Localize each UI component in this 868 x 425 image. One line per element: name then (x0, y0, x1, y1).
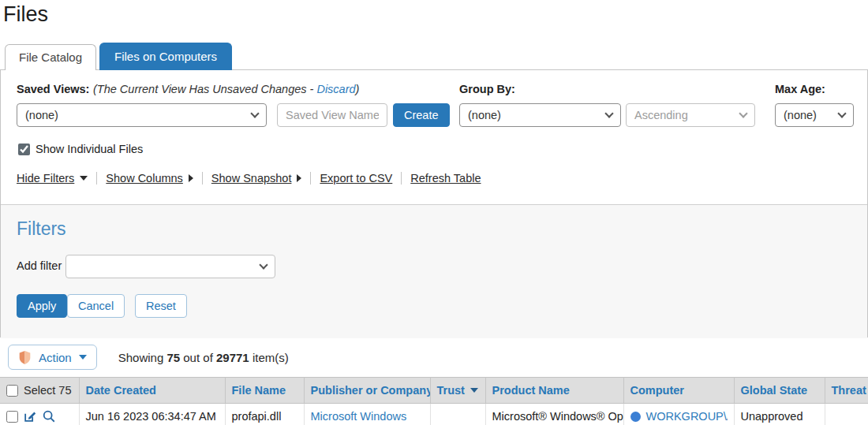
file-name-cell: profapi.dll (225, 404, 304, 425)
apply-button[interactable]: Apply (17, 294, 67, 318)
group-by-label: Group By: (459, 83, 515, 95)
table-links-row: Hide Filters Show Columns Show Snapshot … (17, 172, 481, 185)
max-age-select-value: (none) (784, 109, 817, 121)
computer-status-icon (630, 412, 641, 422)
date-created-cell: Jun 16 2023 06:34:47 AM (79, 404, 225, 425)
caret-right-icon (297, 174, 301, 182)
column-header-file-name[interactable]: File Name (225, 378, 304, 404)
select-all-label: Select 75 (24, 384, 71, 397)
link-separator (96, 172, 97, 185)
chevron-down-icon (739, 109, 747, 117)
row-checkbox[interactable] (6, 411, 18, 423)
edit-icon[interactable] (23, 409, 37, 423)
tab-files-on-computers[interactable]: Files on Computers (99, 43, 232, 70)
shown-count: 75 (166, 351, 180, 364)
action-row: Action Showing 75 out of 29771 item(s) (0, 337, 868, 377)
publisher-cell: Microsoft Windows (304, 404, 430, 425)
select-all-header: Select 75 (0, 378, 79, 404)
showing-count-text: Showing 75 out of 29771 item(s) (118, 351, 289, 364)
trust-label: Trust (437, 384, 465, 397)
group-by-select-value: (none) (468, 109, 501, 121)
column-header-date-created[interactable]: Date Created (79, 378, 225, 404)
unsaved-note-text: (The Current View Has Unsaved Changes - (93, 83, 316, 95)
export-to-csv-link[interactable]: Export to CSV (320, 172, 392, 185)
show-columns-link[interactable]: Show Columns (106, 172, 193, 185)
filters-heading: Filters (17, 218, 66, 240)
show-columns-label: Show Columns (106, 172, 183, 185)
unsaved-changes-note: (The Current View Has Unsaved Changes - … (93, 83, 359, 95)
chevron-down-icon (837, 109, 846, 117)
select-all-checkbox[interactable] (6, 385, 18, 397)
create-button[interactable]: Create (393, 103, 450, 127)
action-button-label: Action (39, 351, 72, 364)
total-count: 29771 (216, 351, 249, 364)
threat-cell (825, 404, 868, 425)
row-actions-cell (0, 404, 79, 425)
caret-down-icon (80, 176, 88, 181)
add-filter-select[interactable] (65, 255, 275, 278)
saved-views-select-value: (none) (25, 109, 58, 121)
hide-filters-label: Hide Filters (17, 172, 74, 185)
max-age-select[interactable]: (none) (775, 103, 854, 127)
files-panel: Saved Views: (The Current View Has Unsav… (0, 69, 868, 337)
show-individual-files-checkbox[interactable] (18, 144, 30, 155)
shield-icon (18, 350, 32, 365)
column-header-publisher[interactable]: Publisher or Company (304, 378, 430, 404)
of-text: out of (183, 351, 213, 364)
computer-cell: WORKGROUP\AP (623, 404, 734, 425)
discard-link[interactable]: Discard (316, 83, 355, 95)
saved-view-name-input[interactable] (277, 103, 387, 127)
saved-views-label: Saved Views: (17, 83, 89, 95)
saved-views-select[interactable]: (none) (17, 103, 267, 127)
reset-button[interactable]: Reset (135, 294, 187, 318)
sort-order-select[interactable]: Ascending (626, 103, 755, 127)
sort-descending-icon (470, 388, 478, 393)
tab-bar: File Catalog Files on Computers (0, 43, 868, 69)
refresh-table-link[interactable]: Refresh Table (410, 172, 481, 185)
publisher-link[interactable]: Microsoft Windows (311, 410, 407, 423)
show-snapshot-link[interactable]: Show Snapshot (211, 172, 302, 185)
caret-right-icon (189, 174, 193, 182)
items-suffix: item(s) (253, 351, 289, 364)
files-table: Select 75 Date Created File Name Publish… (0, 377, 868, 425)
chevron-down-icon (250, 109, 259, 117)
show-individual-files-row: Show Individual Files (18, 143, 143, 155)
link-separator (202, 172, 203, 185)
add-filter-label: Add filter (17, 259, 62, 272)
hide-filters-link[interactable]: Hide Filters (17, 172, 88, 185)
search-icon[interactable] (42, 409, 56, 423)
page-title: Files (3, 2, 868, 27)
chevron-down-icon (259, 260, 268, 269)
showing-prefix: Showing (118, 351, 164, 364)
cancel-button[interactable]: Cancel (67, 294, 125, 318)
caret-down-icon (79, 355, 87, 360)
column-header-computer[interactable]: Computer (623, 378, 734, 404)
action-button[interactable]: Action (8, 345, 97, 370)
filters-section: Filters Add filter Apply Cancel Reset (1, 204, 867, 338)
view-toolbar: Saved Views: (The Current View Has Unsav… (1, 70, 867, 204)
product-name-cell: Microsoft® Windows® Op (485, 404, 623, 425)
show-snapshot-label: Show Snapshot (211, 172, 292, 185)
column-header-trust[interactable]: Trust (430, 378, 485, 404)
chevron-down-icon (604, 109, 613, 117)
column-header-product-name[interactable]: Product Name (485, 378, 623, 404)
sort-order-select-value: Ascending (634, 109, 688, 121)
trust-cell (430, 404, 485, 425)
show-individual-files-label: Show Individual Files (36, 143, 143, 155)
group-by-select[interactable]: (none) (459, 103, 621, 127)
computer-link[interactable]: WORKGROUP\AP (646, 410, 728, 423)
tab-file-catalog[interactable]: File Catalog (5, 44, 96, 70)
table-header-row: Select 75 Date Created File Name Publish… (0, 378, 868, 404)
max-age-label: Max Age: (775, 83, 825, 95)
unsaved-note-close: ) (356, 83, 360, 95)
column-header-threat[interactable]: Threat (825, 378, 868, 404)
link-separator (401, 172, 402, 185)
link-separator (310, 172, 311, 185)
table-row: Jun 16 2023 06:34:47 AM profapi.dll Micr… (0, 404, 868, 425)
global-state-cell: Unapproved (734, 404, 825, 425)
column-header-global-state[interactable]: Global State (734, 378, 825, 404)
